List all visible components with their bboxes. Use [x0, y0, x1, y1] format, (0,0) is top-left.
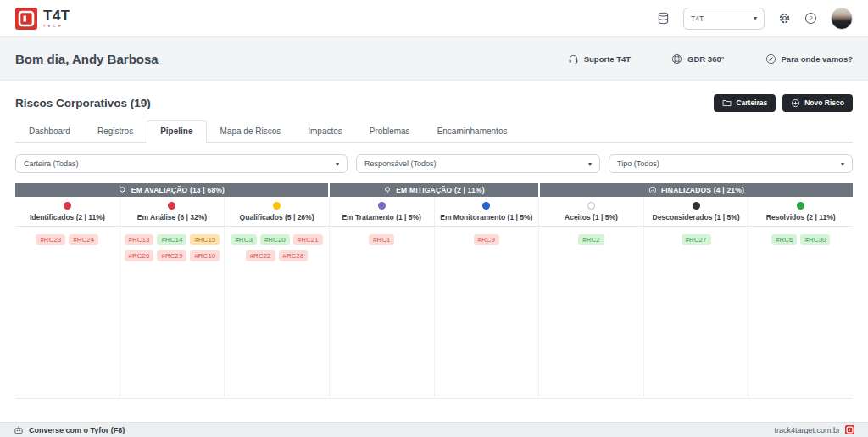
risk-chip-rc27[interactable]: #RC27: [682, 234, 711, 245]
compass-icon: [765, 53, 776, 64]
stage-label: Desconsiderados (1 | 5%): [646, 213, 747, 221]
filter-value: Tipo (Todos): [617, 160, 659, 168]
risk-chip-rc3[interactable]: #RC3: [231, 234, 256, 245]
brand-name: T4T: [43, 8, 70, 23]
organization-select[interactable]: T4T ▾: [683, 8, 765, 30]
filter-select-0[interactable]: Carteira (Todas)▾: [15, 154, 348, 173]
page-title: Riscos Corporativos (19): [15, 97, 151, 109]
tab-pipeline[interactable]: Pipeline: [147, 120, 206, 143]
pipeline-stage-header-7: Resolvidos (2 | 11%): [748, 197, 853, 227]
globe-icon: [671, 53, 682, 64]
filter-value: Responsável (Todos): [364, 160, 437, 168]
greeting-text: Bom dia, Andy Barbosa: [15, 52, 159, 66]
mitigation-bulb-icon: [383, 186, 392, 194]
tyfor-chat-label: Converse com o Tyfor (F8): [29, 426, 125, 434]
main-content: Riscos Corporativos (19) CarteirasNovo R…: [0, 81, 868, 422]
tab-registros[interactable]: Registros: [84, 120, 147, 143]
pipeline-group-label: FINALIZADOS (4 | 21%): [661, 186, 744, 194]
gear-icon[interactable]: [778, 12, 791, 25]
tyfor-chat-launcher[interactable]: Converse com o Tyfor (F8): [14, 425, 125, 435]
pipeline-stage-header-0: Identificados (2 | 11%): [15, 197, 120, 227]
risk-chip-rc29[interactable]: #RC29: [157, 250, 186, 261]
stage-status-dot-icon: [797, 202, 804, 210]
pipeline-column-bodies: #RC23#RC24#RC13#RC14#RC15#RC26#RC29#RC10…: [15, 227, 853, 399]
pipeline-stage-column-0: #RC23#RC24: [15, 227, 120, 399]
risk-chip-rc26[interactable]: #RC26: [125, 250, 154, 261]
novo-risco-button[interactable]: Novo Risco: [782, 94, 853, 112]
pipeline-group-em-1[interactable]: EM MITIGAÇÃO (2 | 11%): [330, 183, 538, 197]
pipeline-column-headers: Identificados (2 | 11%)Em Análise (6 | 3…: [15, 197, 853, 227]
greeting-link-gdr-360-[interactable]: GDR 360°: [671, 53, 724, 64]
tab-encaminhamentos[interactable]: Encaminhamentos: [424, 120, 521, 143]
stage-status-dot-icon: [273, 202, 281, 210]
pipeline-stage-column-2: #RC3#RC20#RC21#RC22#RC28: [225, 227, 330, 399]
chevron-down-icon: ▾: [754, 14, 757, 22]
button-label: Carteiras: [736, 98, 767, 107]
chevron-down-icon: ▾: [588, 160, 592, 168]
stage-status-dot-icon: [378, 202, 386, 210]
greeting-link-suporte-t4t[interactable]: Suporte T4T: [568, 53, 631, 64]
robot-icon: [14, 425, 24, 435]
filter-select-1[interactable]: Responsável (Todos)▾: [356, 154, 600, 173]
t4t-logo-icon: [15, 8, 37, 30]
pipeline-board: EM AVALIAÇÃO (13 | 68%)EM MITIGAÇÃO (2 |…: [15, 183, 853, 399]
stage-label: Qualificados (5 | 26%): [226, 213, 327, 221]
pipeline-stage-header-4: Em Monitoramento (1 | 5%): [435, 197, 540, 227]
filter-select-2[interactable]: Tipo (Todos)▾: [609, 154, 853, 173]
tab-mapa-de-riscos[interactable]: Mapa de Riscos: [207, 120, 295, 143]
stage-label: Identificados (2 | 11%): [17, 213, 118, 221]
risk-chip-rc21[interactable]: #RC21: [293, 234, 323, 245]
risk-chip-rc13[interactable]: #RC13: [125, 234, 154, 245]
greeting-link-label: Suporte T4T: [584, 54, 631, 64]
pipeline-stage-column-1: #RC13#RC14#RC15#RC26#RC29#RC10: [120, 227, 225, 399]
risk-chip-rc22[interactable]: #RC22: [246, 250, 275, 261]
avatar[interactable]: [831, 8, 853, 30]
pipeline-group-headers: EM AVALIAÇÃO (13 | 68%)EM MITIGAÇÃO (2 |…: [15, 183, 853, 197]
greeting-links: Suporte T4TGDR 360°Para onde vamos?: [568, 53, 853, 64]
risk-chip-rc9[interactable]: #RC9: [474, 234, 499, 245]
tab-impactos[interactable]: Impactos: [294, 120, 356, 143]
stage-status-dot-icon: [64, 202, 71, 210]
database-icon[interactable]: [657, 12, 670, 25]
pipeline-stage-column-6: #RC27: [644, 227, 749, 399]
stage-label: Resolvidos (2 | 11%): [750, 213, 851, 221]
risk-chip-rc30[interactable]: #RC30: [800, 234, 830, 245]
carteiras-button[interactable]: Carteiras: [714, 94, 776, 112]
risk-chip-rc6[interactable]: #RC6: [771, 234, 797, 245]
greeting-link-para-onde-vamos-[interactable]: Para onde vamos?: [765, 53, 853, 64]
brand-sub: TECH: [43, 25, 70, 28]
page-actions: CarteirasNovo Risco: [714, 94, 853, 112]
greeting-link-label: Para onde vamos?: [782, 54, 853, 64]
risk-chip-rc10[interactable]: #RC10: [190, 250, 220, 261]
stage-status-dot-icon: [168, 202, 175, 210]
tab-dashboard[interactable]: Dashboard: [15, 120, 84, 143]
stage-label: Aceitos (1 | 5%): [541, 213, 642, 221]
pipeline-stage-header-6: Desconsiderados (1 | 5%): [644, 197, 749, 227]
risk-chip-rc23[interactable]: #RC23: [36, 234, 65, 245]
pipeline-group-label: EM AVALIAÇÃO (13 | 68%): [131, 186, 225, 194]
pipeline-stage-column-7: #RC6#RC30: [748, 227, 853, 399]
button-label: Novo Risco: [804, 98, 844, 107]
risk-chip-rc20[interactable]: #RC20: [260, 234, 290, 245]
tab-problemas[interactable]: Problemas: [356, 120, 424, 143]
headset-icon: [568, 53, 579, 64]
risk-chip-rc15[interactable]: #RC15: [190, 234, 220, 245]
risk-chip-rc1[interactable]: #RC1: [369, 234, 394, 245]
risk-chip-rc28[interactable]: #RC28: [279, 250, 309, 261]
risk-chip-rc14[interactable]: #RC14: [157, 234, 186, 245]
risk-chip-rc2[interactable]: #RC2: [578, 234, 604, 245]
pipeline-stage-header-1: Em Análise (6 | 32%): [120, 197, 225, 227]
filter-row: Carteira (Todas)▾Responsável (Todos)▾Tip…: [15, 154, 853, 173]
pipeline-stage-column-5: #RC2: [539, 227, 644, 399]
topbar-actions: T4T ▾ ?: [657, 8, 853, 30]
pipeline-group-em-0[interactable]: EM AVALIAÇÃO (13 | 68%): [15, 183, 328, 197]
pipeline-group-finalizados-2[interactable]: FINALIZADOS (4 | 21%): [540, 183, 853, 197]
risk-chip-rc24[interactable]: #RC24: [69, 234, 98, 245]
plus-circle-icon: [791, 98, 800, 108]
tab-bar: DashboardRegistrosPipelineMapa de Riscos…: [15, 120, 853, 143]
greeting-link-label: GDR 360°: [687, 54, 724, 64]
help-icon[interactable]: ?: [804, 12, 817, 25]
top-bar: T4T TECH T4T ▾ ?: [0, 0, 868, 37]
brand-logo[interactable]: T4T TECH: [15, 8, 70, 30]
pipeline-stage-header-3: Em Tratamento (1 | 5%): [330, 197, 435, 227]
